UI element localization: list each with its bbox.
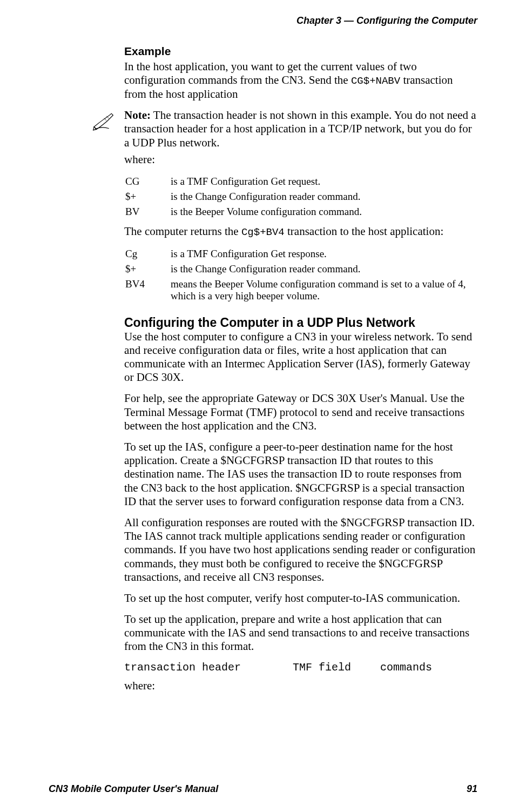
syntax-line: transaction header TMF field commands — [124, 661, 477, 674]
note-block: Note: The transaction header is not show… — [124, 109, 477, 150]
udp-p5: To set up the host computer, verify host… — [124, 592, 477, 605]
def-desc: is the Change Configuration reader comma… — [171, 261, 477, 277]
returns-after: transaction to the host application: — [285, 225, 444, 238]
def-term: BV — [125, 204, 171, 219]
page-footer: CN3 Mobile Computer User's Manual 91 — [49, 783, 477, 795]
returns-code: Cg$+BV4 — [241, 226, 285, 238]
def-desc: is a TMF Configuration Get response. — [171, 246, 477, 261]
example-intro: In the host application, you want to get… — [124, 60, 477, 101]
def-desc: is the Beeper Volume configuration comma… — [171, 204, 362, 219]
where-label-2: where: — [124, 679, 477, 693]
udp-p4: All configuration responses are routed w… — [124, 516, 477, 584]
note-text: Note: The transaction header is not show… — [124, 109, 477, 150]
table-row: $+ is the Change Configuration reader co… — [125, 189, 362, 204]
def-term: Cg — [125, 246, 171, 261]
manual-title: CN3 Mobile Computer User's Manual — [49, 783, 218, 795]
note-label: Note: — [124, 109, 151, 122]
table-row: BV is the Beeper Volume configuration co… — [125, 204, 362, 219]
table-row: CG is a TMF Configuration Get request. — [125, 174, 362, 189]
udp-p6: To set up the application, prepare and w… — [124, 613, 477, 654]
def-term: CG — [125, 174, 171, 189]
def-desc: is a TMF Configuration Get request. — [171, 174, 362, 189]
returns-text: The computer returns the Cg$+BV4 transac… — [124, 225, 477, 239]
def-term: $+ — [125, 189, 171, 204]
syntax-tmf-field: TMF field — [293, 661, 374, 674]
def-term: BV4 — [125, 277, 171, 304]
def-desc: means the Beeper Volume configuration co… — [171, 277, 477, 304]
note-icon — [91, 109, 120, 136]
definition-table-2: Cg is a TMF Configuration Get response. … — [125, 246, 477, 304]
page-number: 91 — [467, 783, 477, 795]
example-heading: Example — [124, 45, 477, 58]
udp-heading: Configuring the Computer in a UDP Plus N… — [124, 316, 477, 330]
syntax-commands: commands — [380, 661, 432, 674]
def-desc: is the Change Configuration reader comma… — [171, 189, 362, 204]
def-term: $+ — [125, 261, 171, 277]
syntax-transaction-header: transaction header — [124, 661, 286, 674]
chapter-label: Chapter 3 — Configuring the Computer — [296, 15, 477, 26]
returns-before: The computer returns the — [124, 225, 241, 238]
udp-p1: Use the host computer to configure a CN3… — [124, 330, 477, 385]
udp-p2: For help, see the appropriate Gateway or… — [124, 392, 477, 433]
table-row: Cg is a TMF Configuration Get response. — [125, 246, 477, 261]
page-header: Chapter 3 — Configuring the Computer — [49, 15, 477, 26]
where-label-1: where: — [124, 153, 477, 166]
table-row: $+ is the Change Configuration reader co… — [125, 261, 477, 277]
example-intro-code: CG$+NABV — [351, 75, 400, 87]
udp-p3: To set up the IAS, configure a peer-to-p… — [124, 440, 477, 508]
definition-table-1: CG is a TMF Configuration Get request. $… — [125, 174, 362, 219]
table-row: BV4 means the Beeper Volume configuratio… — [125, 277, 477, 304]
note-body: The transaction header is not shown in t… — [124, 109, 476, 149]
